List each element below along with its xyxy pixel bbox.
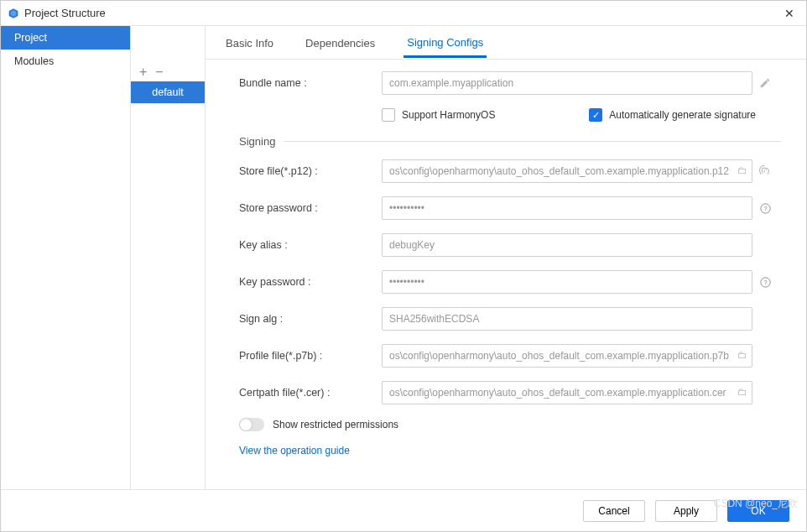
tab-basic-info[interactable]: Basic Info [222, 29, 277, 57]
store-password-input[interactable] [382, 196, 752, 220]
tab-bar: Basic Info Dependencies Signing Configs [206, 26, 806, 60]
show-restricted-permissions-label: Show restricted permissions [273, 419, 398, 430]
tab-signing-configs[interactable]: Signing Configs [404, 28, 487, 58]
config-item-default[interactable]: default [131, 81, 205, 103]
support-harmonyos-checkbox[interactable]: Support HarmonyOS [382, 108, 495, 122]
divider [284, 141, 781, 142]
support-harmonyos-label: Support HarmonyOS [402, 109, 495, 121]
ok-button[interactable]: OK [727, 500, 789, 522]
browse-folder-icon[interactable]: 🗀 [737, 386, 747, 398]
key-alias-input[interactable] [382, 233, 752, 257]
key-password-input[interactable] [382, 270, 752, 294]
form-content: Bundle name : Support HarmonyOS ✓ Automa… [206, 60, 806, 489]
sign-alg-input[interactable] [382, 307, 752, 331]
close-icon[interactable]: ✕ [779, 7, 799, 20]
signing-section-header: Signing [239, 135, 781, 148]
left-sidebar: Project Modules [1, 26, 131, 489]
certpath-file-label: Certpath file(*.cer) : [239, 387, 382, 399]
browse-folder-icon[interactable]: 🗀 [737, 164, 747, 176]
store-file-label: Store file(*.p12) : [239, 165, 382, 177]
svg-text:?: ? [763, 279, 767, 286]
key-alias-label: Key alias : [239, 239, 382, 251]
signing-section-title: Signing [239, 135, 275, 148]
sign-alg-label: Sign alg : [239, 313, 382, 325]
remove-config-icon[interactable]: − [155, 66, 163, 78]
checkbox-checked-icon: ✓ [589, 108, 602, 122]
auto-generate-signature-label: Automatically generate signature [609, 109, 756, 121]
certpath-file-input[interactable] [382, 381, 752, 404]
checkbox-icon [382, 108, 395, 122]
browse-folder-icon[interactable]: 🗀 [737, 349, 747, 361]
key-password-label: Key password : [239, 276, 382, 288]
add-config-icon[interactable]: + [139, 66, 147, 78]
show-restricted-permissions-toggle[interactable] [239, 418, 264, 431]
config-list-toolbar: + − [131, 60, 205, 81]
config-list-panel: + − default [131, 26, 206, 489]
store-password-label: Store password : [239, 202, 382, 214]
profile-file-input[interactable] [382, 344, 752, 368]
help-icon[interactable]: ? [759, 202, 781, 215]
profile-file-label: Profile file(*.p7b) : [239, 350, 382, 362]
sidebar-item-project[interactable]: Project [1, 26, 130, 50]
window-title: Project Structure [24, 7, 779, 19]
dialog-footer: Cancel Apply OK [1, 489, 806, 531]
cancel-button[interactable]: Cancel [583, 500, 645, 522]
help-icon[interactable]: ? [759, 276, 781, 289]
store-file-input[interactable] [382, 159, 752, 183]
tab-dependencies[interactable]: Dependencies [302, 29, 378, 57]
sidebar-item-modules[interactable]: Modules [1, 50, 130, 73]
apply-button[interactable]: Apply [655, 500, 717, 522]
operation-guide-link[interactable]: View the operation guide [239, 445, 350, 456]
bundle-name-label: Bundle name : [239, 77, 382, 89]
main-panel: Basic Info Dependencies Signing Configs … [206, 26, 806, 489]
title-bar: Project Structure ✕ [1, 1, 806, 26]
fingerprint-icon[interactable] [758, 164, 779, 178]
svg-text:?: ? [763, 205, 767, 212]
app-logo-icon [8, 8, 19, 19]
auto-generate-signature-checkbox[interactable]: ✓ Automatically generate signature [589, 108, 756, 122]
edit-bundle-icon[interactable] [759, 77, 781, 89]
bundle-name-input[interactable] [382, 71, 752, 95]
